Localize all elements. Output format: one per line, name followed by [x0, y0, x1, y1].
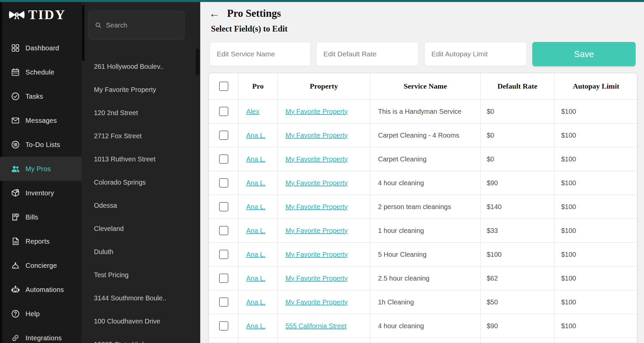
property-link[interactable]: My Favorite Property: [285, 227, 348, 235]
sidebar-item-messages[interactable]: Messages: [0, 108, 82, 133]
sidebar-item-to-do-lists[interactable]: To-Do Lists: [0, 133, 82, 157]
property-list-item[interactable]: 120 2nd Street: [82, 101, 200, 125]
property-list-item[interactable]: 2712 Fox Street: [82, 125, 200, 148]
table-row: Alex My Favorite Property This is a Hand…: [209, 100, 637, 124]
property-link[interactable]: 555 California Street: [285, 322, 346, 330]
service-name-cell: 1 hour cleaning: [370, 219, 481, 243]
inventory-box-icon: [11, 188, 20, 198]
table-row: Ana L. My Favorite Property 1h Cleaning …: [209, 290, 637, 314]
property-list-item[interactable]: Odessa: [82, 194, 200, 217]
row-select-cell[interactable]: [209, 266, 238, 290]
property-list-item[interactable]: Cleveland: [82, 217, 200, 240]
service-name-cell: [370, 338, 481, 343]
pro-link[interactable]: Ana L.: [246, 155, 266, 163]
sidebar-item-automations[interactable]: Automations: [0, 278, 82, 302]
task-check-icon: [11, 92, 20, 101]
tidy-logo: T TIDY: [8, 8, 66, 21]
row-checkbox[interactable]: [219, 154, 228, 164]
row-select-cell[interactable]: [209, 147, 238, 171]
property-link[interactable]: My Favorite Property: [285, 179, 348, 187]
row-checkbox[interactable]: [219, 107, 228, 116]
row-select-cell[interactable]: [209, 100, 238, 124]
sidebar-item-concierge[interactable]: Concierge: [0, 253, 82, 278]
bow-icon: T: [8, 9, 25, 21]
property-list-item[interactable]: Colorado Springs: [82, 171, 200, 194]
concierge-bell-icon: [11, 261, 20, 270]
property-list-item[interactable]: 3144 Southmore Boule..: [82, 287, 200, 310]
row-checkbox[interactable]: [219, 297, 228, 307]
pro-link[interactable]: Ana L.: [246, 322, 266, 330]
sidebar-item-inventory[interactable]: Inventory: [0, 181, 82, 205]
pro-link[interactable]: Alex: [246, 108, 259, 115]
pro-link[interactable]: Ana L.: [246, 203, 266, 211]
edit-default-rate-input[interactable]: [316, 42, 419, 66]
table-body: Alex My Favorite Property This is a Hand…: [209, 100, 637, 343]
property-link[interactable]: My Favorite Property: [285, 203, 348, 211]
property-list-item[interactable]: Duluth: [82, 240, 200, 263]
edit-service-name-input[interactable]: [210, 42, 311, 66]
row-select-cell[interactable]: [209, 219, 238, 243]
row-checkbox[interactable]: [219, 250, 228, 259]
pro-link[interactable]: Ana L.: [246, 251, 266, 258]
select-all-checkbox[interactable]: [219, 82, 228, 91]
sidebar-item-dashboard[interactable]: Dashboard: [0, 36, 82, 60]
property-list-item[interactable]: 1013 Ruthven Street: [82, 148, 200, 171]
default-rate-cell: $0: [481, 147, 554, 171]
pro-link[interactable]: Ana L.: [246, 298, 266, 306]
pro-link[interactable]: Ana L.: [246, 179, 266, 187]
row-select-cell[interactable]: [209, 124, 238, 147]
back-arrow-icon[interactable]: ←: [207, 7, 222, 20]
row-checkbox[interactable]: [219, 274, 228, 283]
property-list-scrollbar-thumb[interactable]: [196, 49, 199, 76]
sidebar-scrollbar-thumb[interactable]: [82, 5, 85, 61]
sidebar-item-integrations[interactable]: Integrations: [0, 326, 82, 343]
property-list-item[interactable]: 261 Hollywood Boulev..: [82, 55, 200, 78]
property-list-item[interactable]: 100 Cloudhaven Drive: [82, 310, 200, 333]
property-link[interactable]: My Favorite Property: [285, 108, 348, 115]
property-list-item[interactable]: My Favorite Property: [82, 78, 200, 101]
row-select-cell[interactable]: [209, 314, 238, 338]
nav-items: Dashboard Schedule Tasks Messages To-Do …: [0, 36, 82, 343]
property-link[interactable]: My Favorite Property: [285, 155, 348, 163]
pro-link[interactable]: Ana L.: [246, 132, 266, 139]
autopay-limit-cell: $100: [554, 147, 637, 171]
sidebar-item-my-pros[interactable]: My Pros: [0, 157, 82, 181]
row-select-cell[interactable]: [209, 290, 238, 314]
property-list-item[interactable]: Test Pricing: [82, 263, 200, 287]
sidebar-item-label: Automations: [25, 286, 64, 294]
sidebar-item-reports[interactable]: Reports: [0, 229, 82, 253]
row-select-cell[interactable]: [209, 195, 238, 219]
autopay-limit-cell: $100: [554, 171, 637, 195]
autopay-limit-cell: $100: [554, 290, 637, 314]
row-select-cell[interactable]: [209, 338, 238, 343]
sidebar-item-tasks[interactable]: Tasks: [0, 84, 82, 108]
row-select-cell[interactable]: [209, 243, 238, 266]
sidebar-item-bills[interactable]: $ Bills: [0, 205, 82, 229]
pro-link[interactable]: Ana L.: [246, 275, 266, 282]
search-box[interactable]: [88, 11, 184, 40]
sidebar-item-help[interactable]: Help: [0, 302, 82, 326]
row-checkbox[interactable]: [219, 131, 228, 140]
property-list-item[interactable]: 10005 State Highway..: [82, 333, 200, 343]
column-header-property: Property: [278, 73, 370, 100]
property-link[interactable]: My Favorite Property: [285, 251, 348, 258]
property-link[interactable]: My Favorite Property: [285, 298, 348, 306]
search-input[interactable]: [105, 21, 178, 30]
default-rate-cell: $0: [481, 100, 554, 124]
pro-link[interactable]: Ana L.: [246, 227, 266, 235]
edit-autopay-limit-input[interactable]: [424, 42, 527, 66]
pro-services-table: Pro Property Service Name Default Rate A…: [209, 73, 637, 343]
select-all-cell[interactable]: [209, 73, 238, 100]
row-checkbox[interactable]: [219, 178, 228, 188]
sidebar-item-schedule[interactable]: Schedule: [0, 60, 82, 84]
pro-settings-page: ← Pro Settings Select Field(s) to Edit S…: [200, 2, 644, 343]
row-checkbox[interactable]: [219, 202, 228, 211]
row-checkbox[interactable]: [219, 226, 228, 235]
property-link[interactable]: My Favorite Property: [285, 275, 348, 282]
row-select-cell[interactable]: [209, 171, 238, 195]
column-header-service-name: Service Name: [370, 73, 481, 100]
row-checkbox[interactable]: [219, 321, 228, 331]
save-button[interactable]: Save: [532, 42, 636, 66]
table-header-row: Pro Property Service Name Default Rate A…: [209, 73, 637, 100]
property-link[interactable]: My Favorite Property: [285, 132, 348, 139]
